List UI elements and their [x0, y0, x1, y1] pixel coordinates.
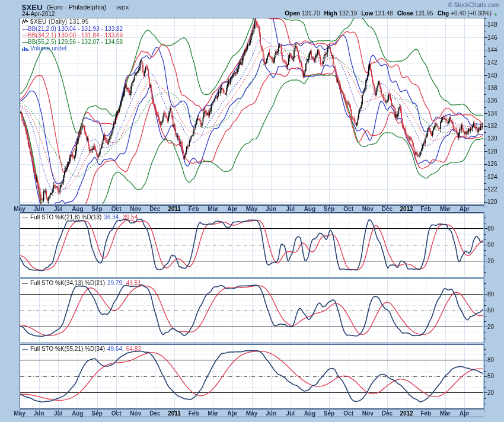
- month-label: May: [14, 206, 25, 212]
- ohlc-value: +0.40 (+0.30%): [451, 10, 492, 17]
- bb-line-swatch: —: [22, 39, 28, 45]
- month-label: Jun: [34, 411, 44, 417]
- month-label: Feb: [420, 206, 431, 212]
- stoch-level-label: 50: [487, 308, 494, 314]
- month-label: 2011: [168, 206, 181, 212]
- ohlc-label: Open: [285, 10, 300, 17]
- month-label: Apr: [460, 411, 470, 417]
- month-label: Nov: [362, 411, 374, 417]
- stoch-level-label: 20: [487, 324, 494, 330]
- month-label: Dec: [382, 206, 393, 212]
- month-label: Dec: [382, 411, 393, 417]
- month-label: Aug: [72, 411, 83, 417]
- ohlc-readout: Open131.70High132.19Low131.48Close131.95…: [280, 11, 498, 17]
- month-label: Feb: [420, 411, 431, 417]
- stoch-level-label: 80: [487, 226, 494, 232]
- month-label: Mar: [208, 206, 218, 212]
- price-tick-label: 136: [487, 98, 497, 104]
- price-tick-label: 148: [487, 22, 497, 28]
- stoch-panel-legend: —Full STO %K(21,8) %D(13)36.34,39.54: [22, 215, 138, 220]
- ohlc-label: Low: [361, 10, 373, 17]
- stoch-k-value: 49.64,: [107, 346, 124, 352]
- month-label: Mar: [440, 206, 451, 212]
- stoch-legend-text: Full STO %K(55,21) %D(34): [30, 346, 105, 352]
- symbol-description: (Euro - Philadelphia): [47, 4, 106, 11]
- month-label: Aug: [304, 411, 315, 417]
- stockcharts-chart-window: $XEU (Euro - Philadelphia) INDX © StockC…: [0, 0, 504, 422]
- bb-legend-text: BB(55,2.5) 129.56 - 132.07 - 134.58: [28, 39, 123, 45]
- price-tick-label: 124: [487, 174, 497, 180]
- stoch-legend-text: Full STO %K(34,13) %D(21): [30, 280, 105, 286]
- month-label: Oct: [343, 411, 353, 417]
- month-label: Mar: [208, 411, 218, 417]
- month-label: Jul: [286, 206, 295, 212]
- volume-legend-line: Volume undef: [22, 46, 66, 52]
- month-label: Sep: [91, 411, 102, 417]
- stoch-level-label: 80: [487, 292, 494, 298]
- month-label: Jul: [286, 411, 295, 417]
- volume-bars-icon: [22, 46, 28, 51]
- stoch-level-label: 80: [487, 357, 494, 363]
- bb-legend-55: —BB(55,2.5) 129.56 - 132.07 - 134.58: [22, 39, 123, 45]
- month-label: Feb: [189, 206, 199, 212]
- stoch-level-label: 50: [487, 242, 494, 248]
- price-tick-label: 122: [487, 187, 497, 193]
- price-tick-label: 140: [487, 73, 497, 79]
- month-label: Aug: [304, 206, 315, 212]
- month-label: Sep: [91, 206, 102, 212]
- copyright-credit: © StockCharts.com: [448, 2, 499, 8]
- symbol-type-tag: INDX: [116, 5, 129, 11]
- ohlc-label: High: [324, 10, 337, 17]
- stoch-line-swatch: —: [22, 280, 28, 286]
- price-tick-label: 128: [487, 149, 497, 155]
- price-tick-label: 126: [487, 161, 497, 167]
- month-label: Nov: [130, 411, 141, 417]
- price-tick-label: 146: [487, 35, 497, 41]
- month-label: Apr: [460, 206, 470, 212]
- month-label: Sep: [324, 206, 334, 212]
- month-label: Jun: [34, 206, 44, 212]
- bb-legend-text: BB(21,2.0) 130.04 - 131.93 - 133.82: [28, 25, 123, 32]
- stoch-line-swatch: —: [22, 346, 28, 352]
- price-tick-label: 130: [487, 136, 497, 142]
- month-label: Jul: [54, 411, 62, 417]
- stoch-panel-legend: —Full STO %K(55,21) %D(34)49.64,64.83: [22, 346, 141, 352]
- month-label: Nov: [362, 206, 374, 212]
- stoch-d-value: 64.83: [126, 346, 141, 352]
- month-label: Dec: [149, 411, 160, 417]
- ohlc-value: 131.48: [375, 10, 393, 17]
- ohlc-label: Chg: [438, 10, 449, 17]
- month-label: May: [246, 411, 257, 417]
- stoch-k-value: 29.79,: [107, 280, 124, 286]
- month-label: May: [14, 411, 25, 417]
- month-label: May: [246, 206, 257, 212]
- month-label: Aug: [72, 206, 83, 212]
- bb-line-swatch: —: [22, 25, 28, 32]
- month-label: 2012: [400, 206, 413, 212]
- price-tick-label: 138: [487, 85, 497, 91]
- month-label: Oct: [111, 411, 122, 417]
- stoch-line-swatch: —: [22, 214, 28, 220]
- month-label: Nov: [130, 206, 141, 212]
- month-label: 2011: [168, 411, 181, 417]
- month-label: Dec: [149, 206, 160, 212]
- main-legend-line: $XEU (Daily) 131.95: [22, 19, 89, 25]
- stoch-k-value: 36.34,: [104, 214, 120, 220]
- stoch-level-label: 50: [487, 373, 494, 379]
- bb-legend-text: BB(34,2.1) 130.00 - 131.84 - 133.69: [28, 32, 123, 39]
- price-tick-label: 142: [487, 60, 497, 66]
- month-label: Mar: [440, 411, 451, 417]
- month-label: Oct: [343, 206, 353, 212]
- bb-legend-21: —BB(21,2.0) 130.04 - 131.93 - 133.82: [22, 26, 123, 32]
- stoch-panel-legend: —Full STO %K(34,13) %D(21)29.79,43.51: [22, 280, 141, 286]
- price-tick-label: 120: [487, 199, 497, 205]
- bb-line-swatch: —: [22, 32, 28, 39]
- month-label: Apr: [227, 411, 237, 417]
- ohlc-value: 131.95: [415, 10, 433, 17]
- month-label: Apr: [227, 206, 237, 212]
- ohlc-label: Close: [397, 10, 413, 17]
- chart-date: 24-Apr-2012: [22, 11, 55, 17]
- ohlc-value: 131.70: [302, 10, 320, 17]
- stoch-d-value: 39.54: [123, 214, 138, 220]
- month-label: Oct: [111, 206, 122, 212]
